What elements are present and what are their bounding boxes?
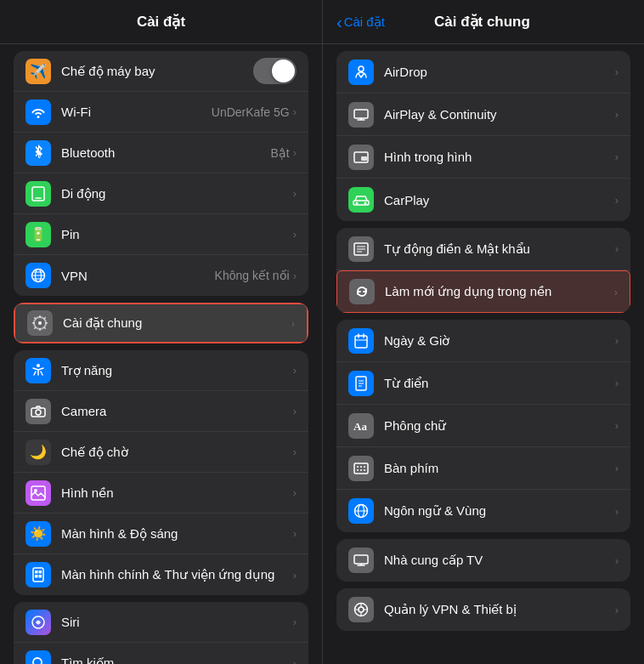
datetime-chevron: ›: [615, 334, 619, 347]
left-item-vpn[interactable]: VPNKhông kết nối›: [14, 255, 308, 296]
airplay-chevron: ›: [615, 108, 619, 121]
svg-rect-22: [354, 110, 368, 118]
language-chevron: ›: [615, 505, 619, 518]
left-item-siri[interactable]: Siri›: [14, 602, 308, 643]
left-item-airplane[interactable]: ✈️Chế độ máy bay: [14, 51, 308, 92]
left-panel-title: Cài đặt: [137, 13, 185, 31]
left-group-0: ✈️Chế độ máy bayWi-FiUnDerKafe 5G›Blueto…: [14, 51, 308, 296]
left-group-1: Cài đặt chung›: [14, 303, 308, 343]
dictionary-label: Từ điển: [384, 376, 615, 391]
left-item-camera[interactable]: Camera›: [14, 391, 308, 432]
wallpaper-label: Hình nền: [61, 485, 293, 501]
accessibility-label: Trợ năng: [61, 363, 293, 378]
right-item-fonts[interactable]: AaPhông chữ›: [336, 405, 630, 447]
svg-rect-41: [354, 463, 368, 474]
left-list: ✈️Chế độ máy bayWi-FiUnDerKafe 5G›Blueto…: [0, 44, 322, 664]
right-item-dictionary[interactable]: Từ điển›: [336, 362, 630, 405]
left-item-wallpaper[interactable]: Hình nền›: [14, 473, 308, 514]
display-label: Màn hình & Độ sáng: [61, 526, 293, 542]
fonts-chevron: ›: [615, 419, 619, 432]
keyboard-icon: [348, 456, 374, 481]
right-item-vpndevice[interactable]: Quản lý VPN & Thiết bị›: [336, 588, 630, 631]
right-list: AirDrop›AirPlay & Continuity›Hình trong …: [323, 44, 644, 664]
vpndevice-icon: [348, 597, 374, 622]
bgrefresh-label: Làm mới ứng dụng trong nền: [385, 284, 614, 299]
right-item-keyboard[interactable]: Bàn phím›: [336, 447, 630, 490]
right-item-airplay[interactable]: AirPlay & Continuity›: [336, 94, 630, 136]
display-icon: ☀️: [25, 521, 51, 547]
search-chevron: ›: [293, 657, 297, 665]
fonts-icon: Aa: [348, 413, 374, 439]
autofill-label: Tự động điền & Mật khẩu: [384, 241, 615, 257]
left-group-2: Trợ năng›Camera›🌙Chế độ chờ›Hình nền›☀️M…: [14, 350, 308, 595]
right-item-carplay[interactable]: CarPlay›: [336, 179, 630, 221]
airplane-toggle[interactable]: [253, 58, 297, 84]
svg-point-10: [36, 410, 41, 415]
svg-point-42: [357, 466, 359, 468]
right-item-tvprovider[interactable]: Nhà cung cấp TV›: [336, 539, 630, 582]
left-item-general[interactable]: Cài đặt chung›: [14, 303, 308, 343]
wifi-label: Wi-Fi: [61, 105, 212, 119]
svg-text:Aa: Aa: [353, 420, 367, 433]
right-item-datetime[interactable]: Ngày & Giờ›: [336, 320, 630, 362]
autofill-chevron: ›: [615, 242, 619, 255]
left-item-mobile[interactable]: Di động›: [14, 173, 308, 214]
svg-rect-15: [39, 570, 42, 574]
bluetooth-value: Bật: [270, 146, 289, 160]
fonts-label: Phông chữ: [384, 418, 615, 434]
vpn-label: VPN: [61, 269, 215, 283]
svg-point-21: [359, 66, 364, 71]
general-icon: [27, 310, 53, 336]
wifi-icon: [25, 99, 51, 125]
svg-point-46: [360, 469, 362, 471]
keyboard-chevron: ›: [615, 462, 619, 474]
left-item-wifi[interactable]: Wi-FiUnDerKafe 5G›: [14, 92, 308, 133]
left-item-display[interactable]: ☀️Màn hình & Độ sáng›: [14, 514, 308, 554]
airplane-toggle-knob: [272, 60, 295, 82]
svg-point-8: [37, 364, 40, 367]
left-item-standby[interactable]: 🌙Chế độ chờ›: [14, 432, 308, 473]
svg-rect-17: [39, 575, 42, 578]
left-item-pin[interactable]: 🔋Pin›: [14, 214, 308, 255]
right-item-pip[interactable]: Hình trong hình›: [336, 136, 630, 179]
airdrop-chevron: ›: [615, 65, 619, 78]
bluetooth-icon: [25, 140, 51, 166]
pip-chevron: ›: [615, 150, 619, 163]
wallpaper-chevron: ›: [293, 486, 297, 499]
back-button[interactable]: ‹ Cài đặt: [336, 14, 385, 31]
siri-chevron: ›: [293, 616, 297, 628]
right-group-2: Ngày & Giờ›Từ điển›AaPhông chữ›Bàn phím›…: [336, 320, 630, 532]
right-item-bgrefresh[interactable]: Làm mới ứng dụng trong nền›: [336, 270, 630, 313]
svg-point-55: [359, 607, 364, 612]
mobile-label: Di động: [61, 186, 293, 201]
right-item-language[interactable]: Ngôn ngữ & Vùng›: [336, 490, 630, 532]
back-label: Cài đặt: [344, 14, 385, 30]
camera-label: Camera: [61, 404, 293, 418]
general-chevron: ›: [291, 317, 295, 330]
pip-icon: [348, 145, 374, 170]
autofill-icon: [348, 236, 374, 262]
left-item-search[interactable]: Tìm kiếm›: [14, 643, 308, 664]
general-label: Cài đặt chung: [63, 315, 291, 331]
carplay-label: CarPlay: [384, 193, 615, 207]
mobile-chevron: ›: [293, 187, 297, 200]
right-panel-title: Cài đặt chung: [385, 13, 579, 31]
right-group-4: Quản lý VPN & Thiết bị›: [336, 588, 630, 631]
right-item-autofill[interactable]: Tự động điền & Mật khẩu›: [336, 228, 630, 270]
svg-point-7: [38, 321, 42, 325]
svg-point-45: [357, 469, 359, 471]
homescreen-chevron: ›: [293, 569, 297, 582]
vpn-icon: [25, 263, 51, 288]
svg-point-44: [364, 466, 365, 468]
left-group-3: Siri›Tìm kiếm›: [14, 602, 308, 664]
standby-chevron: ›: [293, 446, 297, 458]
display-chevron: ›: [293, 527, 297, 540]
wifi-value: UnDerKafe 5G: [212, 105, 290, 119]
left-item-homescreen[interactable]: Màn hình chính & Thư viện ứng dụng›: [14, 554, 308, 595]
right-item-airdrop[interactable]: AirDrop›: [336, 51, 630, 94]
left-item-accessibility[interactable]: Trợ năng›: [14, 350, 308, 391]
wallpaper-icon: [25, 480, 51, 506]
back-chevron-icon: ‹: [336, 14, 342, 31]
left-item-bluetooth[interactable]: BluetoothBật›: [14, 133, 308, 173]
svg-rect-16: [35, 575, 38, 578]
